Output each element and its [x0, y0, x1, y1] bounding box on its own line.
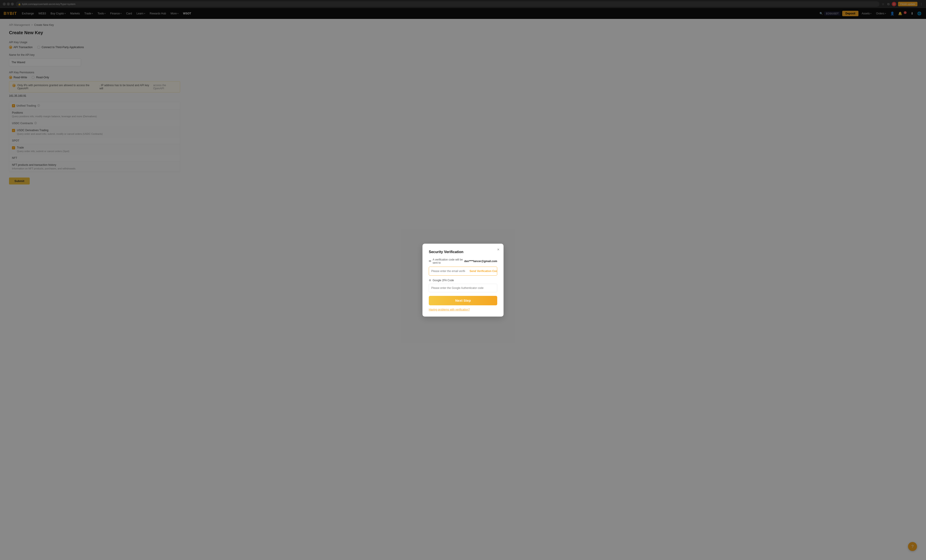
- email-code-input[interactable]: [429, 267, 467, 275]
- google-icon: ⚙: [429, 279, 431, 282]
- next-step-button[interactable]: Next Step: [429, 296, 497, 305]
- google-2fa-input[interactable]: [429, 284, 497, 292]
- verification-text: A verification code will be sent to: [433, 258, 463, 264]
- modal-title: Security Verification: [429, 250, 497, 254]
- send-verification-code-button[interactable]: Send Verification Code: [467, 270, 497, 273]
- page-content: API Management > Create New Key Create N…: [0, 19, 926, 560]
- app-wrapper: BYBIT Exchange WEB3 Buy Crypto ▾ Markets…: [0, 8, 926, 560]
- security-verification-modal: Security Verification × ✉ A verification…: [422, 244, 504, 317]
- verification-email: den****lancer@gmail.com: [465, 260, 497, 263]
- email-code-input-wrapper: Send Verification Code: [429, 267, 497, 276]
- verification-info: ✉ A verification code will be sent to de…: [429, 258, 497, 264]
- modal-overlay: Security Verification × ✉ A verification…: [0, 0, 926, 560]
- modal-close-button[interactable]: ×: [497, 247, 499, 252]
- having-problems-link[interactable]: Having problems with verification?: [429, 308, 497, 311]
- google-2fa-label: ⚙ Google 2FA Code: [429, 279, 497, 282]
- email-icon: ✉: [429, 260, 431, 263]
